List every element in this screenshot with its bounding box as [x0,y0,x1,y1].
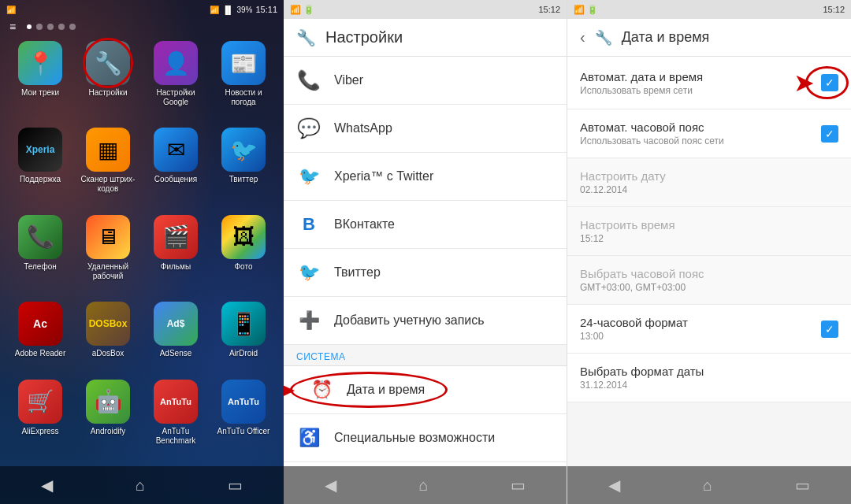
home-screen: 📶 📶 ▐▌ 39% 15:11 ≡ 📍 Мои треки 🔧 Настро [0,0,284,504]
status-icons-p3: 📶 🔋 [574,5,598,15]
24h-format-checkbox[interactable]: ✓ [821,321,838,338]
app-maps[interactable]: 📍 Мои треки [9,41,71,121]
app-news[interactable]: 📰 Новости и погода [213,41,274,121]
24h-format-subtitle: 13:00 [580,331,821,342]
home-button-p1[interactable]: ⌂ [129,470,151,501]
app-settings-label: Настройки [88,88,127,98]
hamburger-icon: ≡ [9,20,16,33]
set-time-title: Настроить время [580,218,838,232]
auto-datetime-checkbox[interactable]: ✓ [821,74,838,91]
app-barcode[interactable]: ▦ Сканер штрих-кодов [77,128,139,208]
app-settings[interactable]: 🔧 Настройки [77,41,139,121]
app-barcode-label: Сканер штрих-кодов [77,175,139,194]
page-dot-3 [47,24,54,30]
bottom-nav-p3: ◀ ⌂ ▭ [567,466,851,504]
settings-item-datetime[interactable]: ➤ ⏰ Дата и время [284,366,567,414]
app-aliexpress[interactable]: 🛒 AliExpress [9,380,71,460]
battery-level-p1: 39% [236,6,252,14]
viber-app-icon: 📞 [296,68,321,93]
datetime-app-icon: ⏰ [309,377,334,402]
app-antutu-b-label: AnTuTu Benchmark [145,427,206,446]
app-phone[interactable]: 📞 Телефон [9,215,71,295]
back-button-p1[interactable]: ◀ [35,469,59,501]
app-twitter-widget-label: Твиттер [229,175,258,184]
status-bar-p3: 📶 🔋 15:12 [567,0,851,19]
settings-item-viber[interactable]: 📞 Viber [284,57,567,105]
app-twitter-widget[interactable]: 🐦 Твиттер [213,128,274,208]
settings-item-whatsapp[interactable]: 💬 WhatsApp [284,105,567,153]
date-format-subtitle: 31.12.2014 [580,380,838,391]
settings-item-accessibility[interactable]: ♿ Специальные возможности [284,414,567,462]
app-remote-label: Удаленный рабочий [77,262,139,281]
set-time-text: Настроить время 15:12 [580,218,838,244]
recents-button-p1[interactable]: ▭ [221,469,249,501]
recents-button-p3[interactable]: ▭ [789,469,816,501]
app-video[interactable]: 🎬 Фильмы [145,215,206,295]
video-icon: 🎬 [154,215,198,259]
app-video-label: Фильмы [161,262,191,272]
auto-datetime-checkbox-wrapper: ✓ [821,74,838,91]
twitter-label: Твиттер [334,265,381,280]
twitter-widget-icon: 🐦 [221,128,266,172]
antutu-b-icon: AnTuTu [154,380,198,424]
recents-button-p2[interactable]: ▭ [504,469,532,501]
whatsapp-app-icon: 💬 [296,116,321,141]
auto-timezone-checkbox[interactable]: ✓ [821,125,838,143]
auto-timezone-item[interactable]: Автомат. часовой пояс Использовать часов… [567,109,851,158]
auto-datetime-subtitle: Использовать время сети [580,85,793,96]
settings-item-twitter[interactable]: 🐦 Твиттер [284,249,567,297]
vk-label: ВКонтакте [334,217,395,232]
set-date-item: Настроить дату 02.12.2014 [567,158,851,207]
app-phone-label: Телефон [24,262,56,272]
app-antutu-b[interactable]: AnTuTu AnTuTu Benchmark [145,380,206,460]
viber-label: Viber [334,73,363,87]
xperia-twitter-label: Xperia™ с Twitter [334,169,433,183]
settings-item-vk[interactable]: В ВКонтакте [284,201,567,249]
add-account-icon: ➕ [296,308,321,333]
datetime-panel: 📶 🔋 15:12 ‹ 🔧 Дата и время Автомат. дата… [567,0,851,504]
datetime-header-icon: 🔧 [595,29,612,46]
settings-item-xperia-twitter[interactable]: 🐦 Xperia™ с Twitter [284,153,567,201]
airdroid-icon: 📱 [221,302,266,346]
app-xperia-label: Поддержка [20,175,61,184]
home-button-p2[interactable]: ⌂ [412,470,434,501]
maps-icon: 📍 [18,41,62,85]
app-remote[interactable]: 🖥 Удаленный рабочий [77,215,139,295]
status-bar-p2: 📶 🔋 15:12 [284,0,567,19]
page-dot-4 [58,24,65,30]
page-dot-2 [36,24,43,30]
add-account-label: Добавить учетную запись [334,313,485,328]
datetime-label: Дата и время [347,383,425,397]
app-google-settings[interactable]: 👤 Настройки Google [145,41,206,121]
app-photos[interactable]: 🖼 Фото [213,215,274,295]
dosbox-icon: DOSBox [86,302,130,346]
app-antutu-o[interactable]: AnTuTu AnTuTu Officer [213,380,274,460]
photos-icon: 🖼 [221,215,266,259]
adsense-icon: Ad$ [154,302,198,346]
settings-item-add-account[interactable]: ➕ Добавить учетную запись [284,297,567,345]
whatsapp-label: WhatsApp [334,121,392,135]
back-button-p2[interactable]: ◀ [318,469,343,501]
app-adobe[interactable]: Ac Adobe Reader [9,302,71,372]
app-androidify[interactable]: 🤖 Androidify [77,380,139,460]
app-xperia[interactable]: Xperia Поддержка [9,128,71,208]
settings-circle-highlight [83,38,133,88]
app-adsense[interactable]: Ad$ AdSense [145,302,206,372]
datetime-title: Дата и время [622,29,710,46]
app-messages[interactable]: ✉ Сообщения [145,128,206,208]
bottom-nav-p2: ◀ ⌂ ▭ [284,466,567,504]
date-format-item[interactable]: Выбрать формат даты 31.12.2014 [567,354,851,402]
back-button-p3[interactable]: ◀ [602,469,626,501]
red-arrow-indicator: ➤ [284,377,295,403]
24h-format-item[interactable]: 24-часовой формат 13:00 ✓ [567,305,851,354]
app-dosbox[interactable]: DOSBox aDosBox [77,302,139,372]
back-chevron-icon[interactable]: ‹ [580,28,585,46]
auto-datetime-title: Автомат. дата и время [580,70,793,83]
home-button-p3[interactable]: ⌂ [697,470,719,501]
set-date-subtitle: 02.12.2014 [580,184,838,195]
app-airdroid[interactable]: 📱 AirDroid [213,302,274,372]
auto-datetime-item[interactable]: Автомат. дата и время Использовать время… [567,57,851,109]
messages-icon: ✉ [154,128,198,172]
24h-format-title: 24-часовой формат [580,316,821,329]
bottom-nav-p1: ◀ ⌂ ▭ [0,466,284,504]
